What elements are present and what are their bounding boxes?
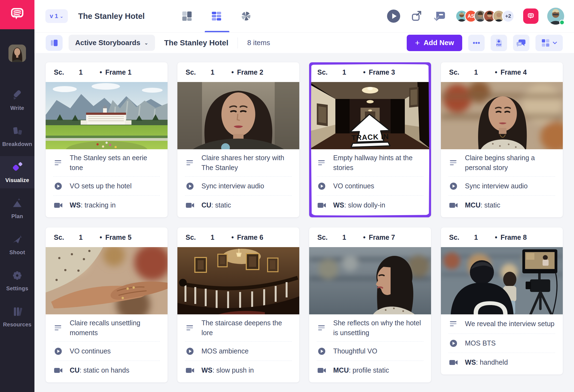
card-notes: The staircase deepens the lore MOS ambie… — [177, 314, 299, 382]
board-title: The Stanley Hotel — [164, 39, 229, 47]
app-window: Write Breakdown Visualize Plan — [0, 0, 574, 392]
audio-row[interactable]: Sync interview audio — [185, 176, 292, 195]
storyboard-card-frame-7[interactable]: Sc. 1 • Frame 7 — [309, 227, 431, 382]
description-text: Claire shares her story with The Stanley — [201, 153, 291, 172]
frame-thumbnail-empty-hallway[interactable]: TRACK IN — [309, 82, 431, 149]
scene-label: Sc. — [317, 68, 328, 76]
camera-row[interactable]: MCU: profile static — [317, 361, 423, 380]
more-options-button[interactable] — [468, 35, 485, 51]
play-preview-button[interactable] — [386, 9, 401, 23]
collage-view-icon — [181, 11, 192, 22]
ellipsis-icon — [472, 38, 481, 48]
audio-row[interactable]: VO sets up the hotel — [53, 176, 160, 195]
add-new-button[interactable]: + Add New — [407, 35, 462, 51]
frame-thumbnail-grand-staircase[interactable] — [177, 247, 299, 314]
camera-text: WS: handheld — [465, 358, 508, 367]
sidebar-item-label: Resources — [3, 321, 31, 328]
scene-label: Sc. — [449, 233, 459, 241]
description-text: She reflects on why the hotel is unsettl… — [333, 318, 423, 338]
current-user-avatar[interactable] — [547, 8, 564, 25]
frame-thumbnail-stanley-hotel-exterior[interactable] — [46, 82, 168, 149]
storyboard-card-frame-5[interactable]: Sc. 1 • Frame 5 — [46, 227, 168, 382]
sidebar-item-write[interactable]: Write — [0, 84, 34, 116]
sidebar-profile-avatar[interactable] — [8, 45, 26, 62]
storyboard-card-frame-4[interactable]: Sc. 1 • Frame 4 — [441, 62, 563, 217]
frame-thumbnail-hands-closeup[interactable] — [46, 247, 168, 314]
chevron-down-icon: ⌄ — [60, 14, 63, 19]
frame-thumbnail-claire-store-medium-closeup[interactable] — [441, 82, 563, 149]
add-new-label: Add New — [424, 39, 454, 47]
share-button[interactable] — [409, 9, 424, 23]
audio-row[interactable]: Sync interview audio — [449, 176, 555, 195]
comments-button[interactable] — [513, 35, 529, 51]
brand-logo-button[interactable] — [0, 0, 34, 29]
camera-row[interactable]: MCU: static — [449, 195, 555, 215]
audio-row[interactable]: VO continues — [317, 176, 423, 195]
storyboard-card-frame-2[interactable]: Sc. 1 • Frame 2 — [177, 62, 299, 217]
scene-number: 1 — [474, 68, 478, 76]
description-row[interactable]: We reveal the interview setup — [449, 314, 555, 334]
audio-row[interactable]: VO continues — [53, 341, 160, 361]
camera-row[interactable]: CU: static on hands — [53, 361, 160, 380]
description-row[interactable]: Claire shares her story with The Stanley — [185, 149, 292, 176]
play-icon — [317, 182, 326, 190]
frame-thumbnail-interview-bts-setup[interactable] — [441, 247, 563, 314]
comments-approval-button[interactable] — [432, 9, 447, 23]
description-row[interactable]: The staircase deepens the lore — [185, 314, 292, 341]
storyboard-card-frame-1[interactable]: Sc. 1 • Frame 1 — [46, 62, 168, 217]
frame-label: Frame 1 — [105, 68, 131, 76]
shot-size: CU — [201, 201, 211, 209]
description-row[interactable]: Claire begins sharing a personal story — [449, 149, 555, 176]
feedback-chat-button[interactable] — [523, 8, 538, 24]
frame-thumbnail-claire-profile[interactable] — [309, 247, 431, 314]
storyboard-card-frame-8[interactable]: Sc. 1 • Frame 8 — [441, 227, 563, 375]
audio-text: VO sets up the hotel — [70, 181, 132, 191]
card-notes: Empty hallway hints at the stories VO co… — [309, 149, 431, 217]
sidebar-item-resources[interactable]: Resources — [0, 300, 34, 333]
frame-label: Frame 5 — [105, 233, 131, 241]
storyboard-card-frame-6[interactable]: Sc. 1 • Frame 6 — [177, 227, 299, 382]
camera-row[interactable]: WS: tracking in — [53, 195, 160, 215]
sidebar-item-breakdown[interactable]: Breakdown — [0, 120, 34, 152]
camera-row[interactable]: CU: static — [185, 195, 292, 215]
version-dropdown[interactable]: v 1 ⌄ — [45, 9, 68, 23]
audio-row[interactable]: MOS ambience — [185, 341, 292, 361]
description-row[interactable]: She reflects on why the hotel is unsettl… — [317, 314, 423, 341]
books-icon — [11, 306, 23, 319]
collaborator-avatars[interactable]: AS +2 — [455, 10, 514, 22]
scene-number: 1 — [211, 233, 215, 241]
camera-row[interactable]: WS: slow dolly-in — [317, 195, 423, 215]
shot-size: WS — [465, 358, 476, 366]
text-lines-icon — [449, 320, 458, 327]
storyboard-card-frame-3-selected[interactable]: Sc. 1 • Frame 3 — [309, 62, 431, 217]
camera-row[interactable]: WS: handheld — [449, 353, 555, 372]
storyboards-filter-dropdown[interactable]: Active Storyboards ⌄ — [69, 35, 155, 51]
sidebar-item-visualize[interactable]: Visualize — [0, 156, 34, 188]
scene-number: 1 — [79, 233, 83, 241]
sidebar-item-settings[interactable]: Settings — [0, 264, 34, 297]
panel-toggle-button[interactable] — [46, 35, 63, 51]
frame-label: Frame 2 — [237, 68, 263, 76]
frame-label: Frame 6 — [237, 233, 263, 241]
sidebar-item-label: Settings — [6, 285, 28, 292]
tab-shutter-view[interactable] — [238, 8, 254, 24]
board-toolbar: Active Storyboards ⌄ The Stanley Hotel 8… — [34, 32, 574, 53]
tab-grid-view[interactable] — [209, 8, 224, 24]
tab-collage-view[interactable] — [179, 8, 195, 24]
bullet-separator: • — [495, 233, 497, 241]
export-pdf-button[interactable]: PDF — [491, 35, 507, 51]
audio-row[interactable]: Thoughtful VO — [317, 341, 423, 361]
description-row[interactable]: The Stanley sets an eerie tone — [53, 149, 160, 176]
video-camera-icon — [186, 202, 194, 209]
scene-number: 1 — [342, 233, 346, 241]
audio-row[interactable]: MOS BTS — [449, 334, 555, 353]
sidebar-item-shoot[interactable]: Shoot — [0, 228, 34, 261]
layout-view-dropdown[interactable] — [535, 35, 563, 51]
description-row[interactable]: Claire recalls unsettling moments — [53, 314, 160, 341]
description-row[interactable]: Empty hallway hints at the stories — [317, 149, 423, 176]
camera-row[interactable]: WS: slow push in — [185, 361, 292, 380]
shutter-view-icon — [241, 11, 251, 22]
mountains-icon — [11, 197, 23, 210]
frame-thumbnail-claire-interview-closeup[interactable] — [177, 82, 299, 149]
sidebar-item-plan[interactable]: Plan — [0, 192, 34, 224]
